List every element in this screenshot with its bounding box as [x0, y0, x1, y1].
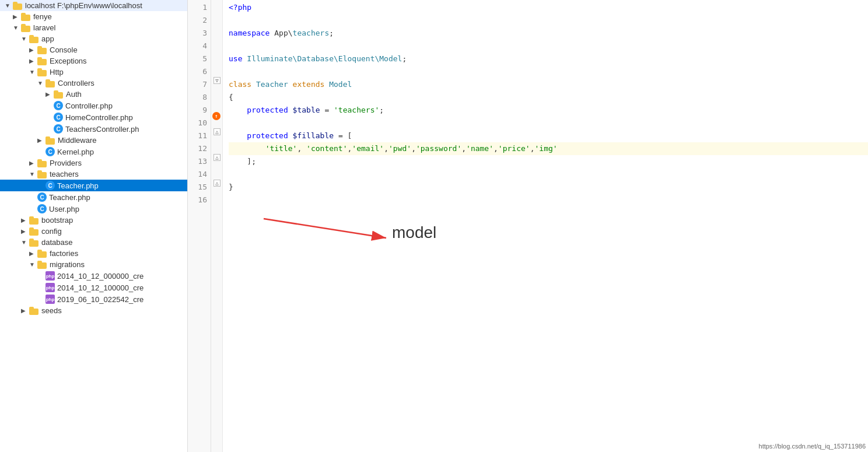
sidebar-item-bootstrap[interactable]: ▶ bootstrap: [0, 215, 187, 226]
sidebar-item-label: config: [41, 227, 62, 236]
folder-icon: [37, 261, 48, 269]
file-php-icon: php: [46, 283, 55, 292]
sidebar-item-config[interactable]: ▶ config: [0, 226, 187, 237]
arrow-icon: ▼: [21, 36, 29, 42]
sidebar-item-teacher-php-2[interactable]: ▶ C Teacher.php: [0, 191, 187, 203]
sidebar-item-label: Middleware: [58, 136, 96, 145]
sidebar-item-migration2[interactable]: ▶ php 2014_10_12_100000_cre: [0, 282, 187, 293]
arrow-icon: ▶: [29, 160, 37, 166]
sidebar-item-providers[interactable]: ▶ Providers: [0, 157, 187, 169]
sidebar-item-auth[interactable]: ▶ Auth: [0, 89, 187, 100]
sidebar-item-label: Kernel.php: [57, 148, 94, 156]
sidebar-item-laravel[interactable]: ▼ laravel: [0, 22, 187, 33]
sidebar-item-label: User.php: [49, 205, 79, 213]
sidebar-item-kernel[interactable]: ▶ C Kernel.php: [0, 146, 187, 157]
fold-icon-line15[interactable]: △: [214, 180, 220, 187]
modified-indicator: [101, 183, 106, 188]
file-php-icon: php: [46, 295, 55, 304]
folder-icon: [29, 227, 40, 236]
file-tree-sidebar[interactable]: ▼ localhost F:\phpEnv\www\localhost ▶ fe…: [0, 0, 188, 452]
folder-icon: [37, 46, 48, 54]
arrow-icon: ▶: [29, 58, 37, 64]
sidebar-item-migration3[interactable]: ▶ php 2019_06_10_022542_cre: [0, 293, 187, 305]
file-c-icon: C: [46, 181, 55, 190]
sidebar-item-label: TeachersController.ph: [65, 125, 139, 134]
code-line-1: <?php: [229, 1, 868, 14]
code-line-12: 'title', 'content','email','pwd','passwo…: [229, 142, 868, 155]
arrow-icon: ▶: [29, 47, 37, 53]
sidebar-item-middleware[interactable]: ▶ Middleware: [0, 135, 187, 146]
file-php-icon: php: [46, 271, 55, 281]
code-line-2: [229, 14, 868, 27]
folder-icon: [37, 250, 48, 258]
sidebar-item-migrations[interactable]: ▼ migrations: [0, 259, 187, 270]
sidebar-item-localhost[interactable]: ▼ localhost F:\phpEnv\www\localhost: [0, 0, 187, 11]
sidebar-item-homecontroller[interactable]: ▶ C HomeController.php: [0, 111, 187, 123]
arrow-icon: ▶: [46, 91, 54, 97]
code-line-11: protected $fillable = [: [229, 129, 868, 142]
sidebar-item-fenye[interactable]: ▶ fenye: [0, 11, 187, 22]
sidebar-item-label: Auth: [66, 90, 82, 99]
sidebar-item-label: localhost F:\phpEnv\www\localhost: [25, 1, 142, 10]
sidebar-item-teachers-folder[interactable]: ▼ teachers: [0, 169, 187, 180]
arrow-icon: ▼: [29, 261, 37, 268]
arrow-icon: ▼: [29, 69, 37, 75]
fold-icon-line13[interactable]: △: [214, 154, 220, 161]
annotation-model-label: model: [392, 226, 436, 239]
file-c-icon: C: [46, 147, 55, 156]
code-content: <?php namespace App\teachers; use Illumi…: [223, 0, 868, 452]
sidebar-item-exceptions[interactable]: ▶ Exceptions: [0, 55, 187, 66]
sidebar-item-seeds[interactable]: ▶ seeds: [0, 305, 187, 316]
sidebar-item-label: Exceptions: [50, 57, 87, 65]
sidebar-item-console[interactable]: ▶ Console: [0, 44, 187, 55]
arrow-icon: ▶: [21, 307, 29, 314]
sidebar-item-label: migrations: [50, 260, 85, 269]
fold-icon-line11[interactable]: △: [214, 128, 220, 135]
folder-icon: [37, 159, 48, 167]
code-line-13: ];: [229, 155, 868, 168]
folder-icon: [37, 68, 48, 76]
folder-icon: [13, 2, 23, 10]
code-editor: 1 2 3 4 5 6 7 8 9 10 11 12 13 14 15 16 ▽…: [188, 0, 868, 452]
arrow-icon: ▶: [21, 217, 29, 223]
file-c-icon: C: [37, 204, 47, 213]
svg-line-1: [264, 219, 386, 238]
arrow-icon: ▶: [29, 250, 37, 257]
fold-icon-line7[interactable]: ▽: [214, 77, 220, 84]
arrow-icon: ▼: [13, 24, 21, 31]
arrow-icon: ▼: [5, 2, 13, 9]
arrow-icon: ▼: [21, 239, 29, 246]
code-container: 1 2 3 4 5 6 7 8 9 10 11 12 13 14 15 16 ▽…: [188, 0, 868, 452]
sidebar-item-label: Providers: [50, 159, 82, 167]
sidebar-item-user-php[interactable]: ▶ C User.php: [0, 203, 187, 215]
folder-icon: [37, 57, 48, 65]
folder-icon: [46, 79, 56, 87]
file-c-icon: C: [54, 124, 63, 134]
folder-icon: [46, 136, 56, 145]
annotation-arrow-svg: [258, 216, 620, 262]
sidebar-item-label: 2019_06_10_022542_cre: [57, 295, 144, 304]
code-line-3: namespace App\teachers;: [229, 27, 868, 40]
sidebar-item-teacherscontroller[interactable]: ▶ C TeachersController.ph: [0, 123, 187, 135]
sidebar-item-app[interactable]: ▼ app: [0, 33, 187, 44]
sidebar-item-http[interactable]: ▼ Http: [0, 66, 187, 78]
sidebar-item-teacher-selected[interactable]: ▶ C Teacher.php: [0, 180, 187, 191]
sidebar-item-controllers[interactable]: ▼ Controllers: [0, 78, 187, 89]
arrow-icon: ▶: [37, 137, 46, 143]
folder-icon: [21, 24, 32, 32]
code-gutter: ▽ ↑ △ △ △: [211, 0, 223, 452]
sidebar-item-controller-php[interactable]: ▶ C Controller.php: [0, 100, 187, 111]
sidebar-item-factories[interactable]: ▶ factories: [0, 248, 187, 259]
sidebar-item-label: factories: [50, 249, 78, 258]
sidebar-item-label: Console: [50, 45, 78, 54]
code-line-6: [229, 65, 868, 78]
sidebar-item-label: HomeController.php: [65, 113, 133, 122]
sidebar-item-migration1[interactable]: ▶ php 2014_10_12_000000_cre: [0, 270, 187, 282]
code-line-9: protected $table = 'teachers';: [229, 104, 868, 117]
code-line-5: use Illuminate\Database\Eloquent\Model;: [229, 52, 868, 65]
sidebar-item-label: Teacher.php: [49, 193, 90, 202]
arrow-icon: ▼: [29, 171, 37, 177]
line9-indicator: ↑: [212, 112, 220, 120]
sidebar-item-database[interactable]: ▼ database: [0, 237, 187, 248]
folder-icon: [37, 170, 48, 178]
